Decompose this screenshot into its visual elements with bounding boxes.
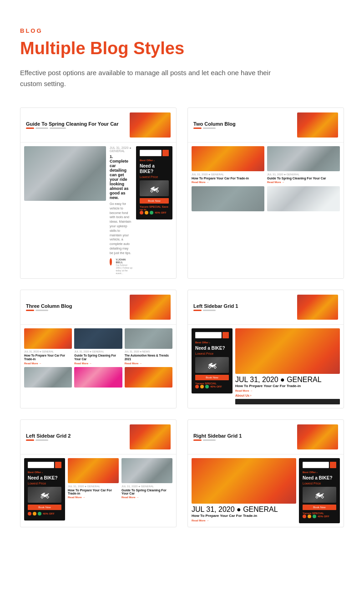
two-col-meta-1: JUL 31, 2020 ● GENERAL [192, 173, 264, 176]
three-col-item-2: JUL 31, 2020 ● GENERAL Guide To Spring C… [74, 328, 122, 365]
lsg2-circles: 40% OFF [28, 512, 61, 515]
lsg1-about-link: About Us › [235, 394, 340, 397]
lsg2-widget: Best Offer › Need a BIKE? Lowest Price B… [24, 458, 65, 521]
circle-3 [150, 211, 153, 214]
rsg1-search-btn [330, 462, 336, 468]
bc4-dot-2 [203, 310, 216, 311]
post-meta-single: JUL 31, 2020 ● GENERAL [110, 146, 132, 153]
preview-card-three-col[interactable]: Three Column Blog JUL 31, 2 [20, 290, 177, 408]
card-breadcrumb-lsg1 [193, 310, 238, 311]
lsg1-voucher-label: Yacare SPECIAL [195, 382, 217, 385]
two-col-title-1: How To Prepare Your Car For Trade-in [192, 177, 264, 180]
widget-title: Need a BIKE? [140, 163, 169, 174]
two-col-readmore-2: Read More → [267, 181, 340, 184]
card-breadcrumb-two-col [193, 128, 236, 129]
rsg1-read-more: Read More → [192, 519, 296, 522]
bc5-dot-2 [35, 439, 48, 441]
card-header-text-3: Three Column Blog [26, 303, 72, 311]
card-breadcrumb-single [26, 128, 119, 129]
lsg1-post-meta: JUL 31, 2020 ● GENERAL [235, 376, 340, 384]
two-col-img-3 [192, 186, 264, 211]
two-col-item-1: JUL 31, 2020 ● GENERAL How To Prepare Yo… [192, 146, 264, 184]
rsg1-subtitle: Lowest Price [303, 482, 336, 485]
bc-dot-3 [50, 128, 66, 129]
card-title-rsg1: Right Sidebar Grid 1 [193, 433, 242, 439]
preview-card-left-sidebar-1[interactable]: Left Sidebar Grid 1 [187, 290, 344, 408]
bc2-dot-1 [193, 128, 202, 129]
lsg2-search-input [28, 462, 54, 468]
three-col-readmore-2: Read More → [74, 362, 122, 365]
card-header-rsg1: Right Sidebar Grid 1 [188, 420, 344, 454]
lsg1-discount: 40% OFF [210, 385, 222, 388]
lsg1-content: JUL 31, 2020 ● GENERAL How To Prepare Yo… [235, 328, 340, 404]
three-col-meta-1: JUL 31, 2020 ● GENERAL [24, 350, 72, 353]
lsg2-circle-2 [33, 512, 36, 515]
three-col-img-5 [74, 367, 122, 388]
bc5-dot-1 [26, 439, 34, 441]
preview-card-single[interactable]: Guide To Spring Cleaning For Your Car [20, 107, 177, 279]
rsg1-discount: 40% OFF [318, 515, 329, 518]
card-header-text-lsg1: Left Sidebar Grid 1 [193, 303, 238, 311]
rsg1-search-input [303, 462, 329, 468]
author-bar: V.JOHN BELL Car Advisor 1991 | Follow up… [110, 258, 132, 275]
bc3-dot-2 [35, 310, 48, 311]
card-breadcrumb-three-col [26, 310, 72, 311]
three-col-item-5 [74, 367, 122, 389]
lsg1-widget: Best Offer › Need a BIKE? Lowest Price B… [192, 328, 233, 393]
card-title-lsg1: Left Sidebar Grid 1 [193, 303, 238, 309]
card-header-text-lsg2: Left Sidebar Grid 2 [26, 433, 71, 441]
rsg1-circle-3 [313, 515, 316, 518]
two-col-item-4 [267, 186, 340, 213]
bc4-dot-1 [193, 310, 202, 311]
sidebar-widget: Best Offer › Need a BIKE? Lowest Price B… [136, 146, 172, 219]
lsg1-bike-img [195, 357, 229, 373]
card-title-three-col: Three Column Blog [26, 303, 72, 309]
rsg1-widget: Best Offer › Need a BIKE? Lowest Price B… [299, 458, 340, 523]
preview-card-left-sidebar-2[interactable]: Left Sidebar Grid 2 [20, 419, 177, 527]
lsg2-title-1: How To Prepare Your Car For Trade-in [68, 489, 119, 495]
lsg1-circle-1 [195, 385, 199, 388]
rsg1-layout: Best Offer › Need a BIKE? Lowest Price B… [192, 458, 340, 523]
widget-search-btn [162, 150, 169, 156]
card-title-two-col: Two Column Blog [193, 121, 236, 127]
card-thumb-three-col [130, 295, 171, 320]
car-gray-3c [125, 328, 172, 349]
circles-row: 40% OFF [140, 211, 169, 214]
widget-offer: Best Offer › [140, 159, 169, 162]
two-col-grid: JUL 31, 2020 ● GENERAL How To Prepare Yo… [192, 146, 340, 213]
lsg2-rm-2: Read More → [121, 496, 172, 499]
car-silver-img [24, 146, 106, 201]
car-silver-lsg2-2 [121, 458, 172, 483]
lsg1-main-img [235, 328, 340, 374]
preview-card-right-sidebar-1[interactable]: Right Sidebar Grid 1 [187, 419, 344, 527]
rsg1-sidebar: Best Offer › Need a BIKE? Lowest Price B… [299, 458, 340, 523]
card-thumb-rsg1 [297, 424, 338, 449]
lsg1-sidebar: Best Offer › Need a BIKE? Lowest Price B… [192, 328, 233, 404]
car-orange2-lsg2-1 [68, 458, 119, 483]
two-col-title-2: Guide To Spring Cleaning For Your Car [267, 177, 340, 180]
car-orange-lsg2 [130, 424, 171, 449]
three-col-item-4 [24, 367, 72, 389]
widget-search-input [140, 150, 162, 156]
card-body-two-col: JUL 31, 2020 ● GENERAL How To Prepare Yo… [188, 143, 344, 217]
two-col-item-2: JUL 31, 2020 ● GENERAL Guide To Spring C… [267, 146, 340, 184]
post-excerpt-single: Go easy for vehicle to become fond with … [110, 202, 132, 255]
rsg1-title: Need a BIKE? [303, 475, 336, 481]
lsg2-col-item-2: JUL 31, 2020 ● GENERAL Guide To Spring C… [121, 458, 172, 499]
three-col-item-6 [125, 367, 172, 389]
lsg1-circle-3 [205, 385, 209, 388]
lsg2-col-item-1: JUL 31, 2020 ● GENERAL How To Prepare Yo… [68, 458, 119, 499]
widget-bike-img [140, 180, 169, 196]
lsg2-circle-3 [38, 512, 41, 515]
lsg2-meta-2: JUL 31, 2020 ● GENERAL [121, 485, 172, 488]
rsg1-post-meta: JUL 31, 2020 ● GENERAL [192, 505, 296, 514]
car-white-img [267, 186, 340, 211]
bc6-dot-1 [193, 439, 202, 441]
widget-book-btn: Book Now [140, 198, 169, 204]
lsg2-two-col: JUL 31, 2020 ● GENERAL How To Prepare Yo… [68, 458, 172, 499]
rsg1-bike-img [303, 487, 336, 503]
lsg2-search [28, 462, 61, 468]
bc3-dot-1 [26, 310, 34, 311]
card-header-single: Guide To Spring Cleaning For Your Car [20, 108, 176, 143]
preview-card-two-col[interactable]: Two Column Blog JUL 31, 202 [187, 107, 344, 279]
